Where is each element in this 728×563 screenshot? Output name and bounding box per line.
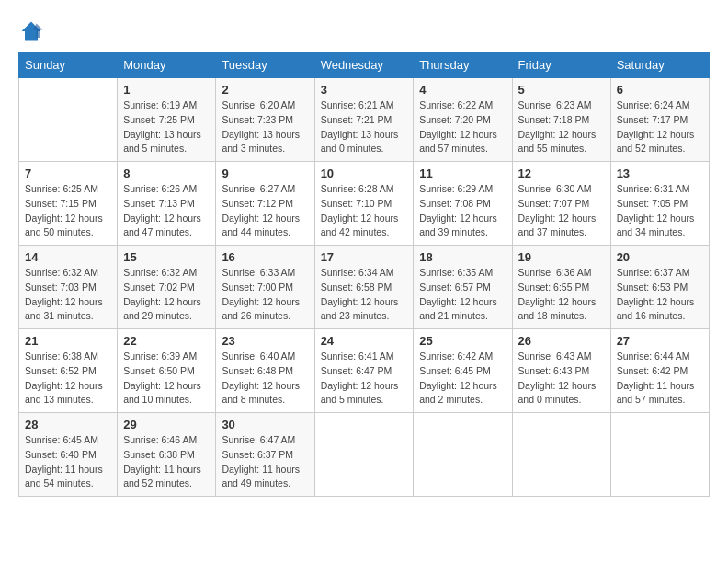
cell-content: Sunrise: 6:42 AM Sunset: 6:45 PM Dayligh… xyxy=(419,350,506,408)
cell-content: Sunrise: 6:22 AM Sunset: 7:20 PM Dayligh… xyxy=(419,98,506,156)
cell-content: Sunrise: 6:34 AM Sunset: 6:58 PM Dayligh… xyxy=(321,266,408,324)
cell-content: Sunrise: 6:33 AM Sunset: 7:00 PM Dayligh… xyxy=(222,266,308,324)
day-number: 7 xyxy=(25,167,111,180)
day-number: 19 xyxy=(518,250,605,264)
day-number: 23 xyxy=(222,334,308,348)
day-number: 12 xyxy=(518,167,605,180)
calendar-cell: 12Sunrise: 6:30 AM Sunset: 7:07 PM Dayli… xyxy=(512,162,610,246)
calendar-cell: 18Sunrise: 6:35 AM Sunset: 6:57 PM Dayli… xyxy=(414,246,512,329)
day-number: 26 xyxy=(518,334,605,348)
day-number: 15 xyxy=(123,250,210,264)
calendar-cell: 3Sunrise: 6:21 AM Sunset: 7:21 PM Daylig… xyxy=(314,78,414,162)
cell-content: Sunrise: 6:37 AM Sunset: 6:53 PM Dayligh… xyxy=(617,266,703,324)
calendar-cell: 27Sunrise: 6:44 AM Sunset: 6:42 PM Dayli… xyxy=(610,329,709,413)
calendar-cell: 28Sunrise: 6:45 AM Sunset: 6:40 PM Dayli… xyxy=(19,413,118,497)
calendar-cell: 5Sunrise: 6:23 AM Sunset: 7:18 PM Daylig… xyxy=(512,78,610,162)
calendar-cell xyxy=(610,413,709,497)
cell-content: Sunrise: 6:23 AM Sunset: 7:18 PM Dayligh… xyxy=(518,98,605,156)
calendar-week-row: 21Sunrise: 6:38 AM Sunset: 6:52 PM Dayli… xyxy=(19,329,710,413)
day-header-saturday: Saturday xyxy=(610,52,709,78)
calendar-cell: 17Sunrise: 6:34 AM Sunset: 6:58 PM Dayli… xyxy=(314,246,414,329)
day-number: 17 xyxy=(321,250,408,264)
day-number: 29 xyxy=(123,418,210,431)
calendar-cell: 20Sunrise: 6:37 AM Sunset: 6:53 PM Dayli… xyxy=(610,246,709,329)
cell-content: Sunrise: 6:38 AM Sunset: 6:52 PM Dayligh… xyxy=(25,350,111,408)
day-number: 30 xyxy=(222,418,308,431)
calendar-cell: 16Sunrise: 6:33 AM Sunset: 7:00 PM Dayli… xyxy=(216,246,314,329)
day-number: 8 xyxy=(123,167,210,180)
calendar-cell: 19Sunrise: 6:36 AM Sunset: 6:55 PM Dayli… xyxy=(512,246,610,329)
cell-content: Sunrise: 6:46 AM Sunset: 6:38 PM Dayligh… xyxy=(123,433,210,491)
day-number: 5 xyxy=(518,83,605,97)
calendar-cell: 25Sunrise: 6:42 AM Sunset: 6:45 PM Dayli… xyxy=(414,329,512,413)
cell-content: Sunrise: 6:31 AM Sunset: 7:05 PM Dayligh… xyxy=(617,182,703,240)
day-header-monday: Monday xyxy=(118,52,216,78)
calendar-cell: 22Sunrise: 6:39 AM Sunset: 6:50 PM Dayli… xyxy=(118,329,216,413)
day-number: 20 xyxy=(617,250,703,264)
day-number: 11 xyxy=(419,167,506,180)
cell-content: Sunrise: 6:47 AM Sunset: 6:37 PM Dayligh… xyxy=(222,433,308,491)
day-number: 13 xyxy=(617,167,703,180)
cell-content: Sunrise: 6:26 AM Sunset: 7:13 PM Dayligh… xyxy=(123,182,210,240)
calendar-cell: 13Sunrise: 6:31 AM Sunset: 7:05 PM Dayli… xyxy=(610,162,709,246)
calendar-cell: 10Sunrise: 6:28 AM Sunset: 7:10 PM Dayli… xyxy=(314,162,414,246)
day-number: 6 xyxy=(617,83,703,97)
cell-content: Sunrise: 6:35 AM Sunset: 6:57 PM Dayligh… xyxy=(419,266,506,324)
calendar-cell xyxy=(512,413,610,497)
day-number: 4 xyxy=(419,83,506,97)
day-number: 27 xyxy=(617,334,703,348)
cell-content: Sunrise: 6:28 AM Sunset: 7:10 PM Dayligh… xyxy=(321,182,408,240)
calendar-cell: 8Sunrise: 6:26 AM Sunset: 7:13 PM Daylig… xyxy=(118,162,216,246)
cell-content: Sunrise: 6:19 AM Sunset: 7:25 PM Dayligh… xyxy=(123,98,210,156)
cell-content: Sunrise: 6:43 AM Sunset: 6:43 PM Dayligh… xyxy=(518,350,605,408)
day-number: 22 xyxy=(123,334,210,348)
logo-icon xyxy=(18,18,44,44)
cell-content: Sunrise: 6:41 AM Sunset: 6:47 PM Dayligh… xyxy=(321,350,408,408)
day-number: 28 xyxy=(25,418,111,431)
cell-content: Sunrise: 6:30 AM Sunset: 7:07 PM Dayligh… xyxy=(518,182,605,240)
calendar-cell: 2Sunrise: 6:20 AM Sunset: 7:23 PM Daylig… xyxy=(216,78,314,162)
cell-content: Sunrise: 6:36 AM Sunset: 6:55 PM Dayligh… xyxy=(518,266,605,324)
calendar-cell: 11Sunrise: 6:29 AM Sunset: 7:08 PM Dayli… xyxy=(414,162,512,246)
cell-content: Sunrise: 6:39 AM Sunset: 6:50 PM Dayligh… xyxy=(123,350,210,408)
page-header xyxy=(18,18,710,44)
cell-content: Sunrise: 6:21 AM Sunset: 7:21 PM Dayligh… xyxy=(321,98,408,156)
calendar-week-row: 28Sunrise: 6:45 AM Sunset: 6:40 PM Dayli… xyxy=(19,413,710,497)
day-number: 1 xyxy=(123,83,210,97)
calendar-cell: 23Sunrise: 6:40 AM Sunset: 6:48 PM Dayli… xyxy=(216,329,314,413)
day-number: 21 xyxy=(25,334,111,348)
cell-content: Sunrise: 6:29 AM Sunset: 7:08 PM Dayligh… xyxy=(419,182,506,240)
calendar-week-row: 14Sunrise: 6:32 AM Sunset: 7:03 PM Dayli… xyxy=(19,246,710,329)
calendar-table: SundayMondayTuesdayWednesdayThursdayFrid… xyxy=(18,52,710,497)
calendar-cell: 21Sunrise: 6:38 AM Sunset: 6:52 PM Dayli… xyxy=(19,329,118,413)
day-number: 16 xyxy=(222,250,308,264)
calendar-cell: 15Sunrise: 6:32 AM Sunset: 7:02 PM Dayli… xyxy=(118,246,216,329)
cell-content: Sunrise: 6:27 AM Sunset: 7:12 PM Dayligh… xyxy=(222,182,308,240)
cell-content: Sunrise: 6:32 AM Sunset: 7:03 PM Dayligh… xyxy=(25,266,111,324)
cell-content: Sunrise: 6:24 AM Sunset: 7:17 PM Dayligh… xyxy=(617,98,703,156)
day-header-tuesday: Tuesday xyxy=(216,52,314,78)
calendar-cell: 1Sunrise: 6:19 AM Sunset: 7:25 PM Daylig… xyxy=(118,78,216,162)
calendar-cell: 24Sunrise: 6:41 AM Sunset: 6:47 PM Dayli… xyxy=(314,329,414,413)
calendar-cell: 29Sunrise: 6:46 AM Sunset: 6:38 PM Dayli… xyxy=(118,413,216,497)
calendar-cell: 30Sunrise: 6:47 AM Sunset: 6:37 PM Dayli… xyxy=(216,413,314,497)
calendar-cell: 4Sunrise: 6:22 AM Sunset: 7:20 PM Daylig… xyxy=(414,78,512,162)
day-number: 14 xyxy=(25,250,111,264)
day-header-wednesday: Wednesday xyxy=(314,52,414,78)
day-header-sunday: Sunday xyxy=(19,52,118,78)
calendar-cell: 6Sunrise: 6:24 AM Sunset: 7:17 PM Daylig… xyxy=(610,78,709,162)
cell-content: Sunrise: 6:40 AM Sunset: 6:48 PM Dayligh… xyxy=(222,350,308,408)
cell-content: Sunrise: 6:20 AM Sunset: 7:23 PM Dayligh… xyxy=(222,98,308,156)
calendar-cell: 7Sunrise: 6:25 AM Sunset: 7:15 PM Daylig… xyxy=(19,162,118,246)
day-number: 2 xyxy=(222,83,308,97)
logo xyxy=(18,18,48,44)
cell-content: Sunrise: 6:45 AM Sunset: 6:40 PM Dayligh… xyxy=(25,433,111,491)
day-number: 10 xyxy=(321,167,408,180)
day-header-thursday: Thursday xyxy=(414,52,512,78)
day-number: 18 xyxy=(419,250,506,264)
calendar-cell: 9Sunrise: 6:27 AM Sunset: 7:12 PM Daylig… xyxy=(216,162,314,246)
cell-content: Sunrise: 6:25 AM Sunset: 7:15 PM Dayligh… xyxy=(25,182,111,240)
day-number: 25 xyxy=(419,334,506,348)
day-number: 24 xyxy=(321,334,408,348)
cell-content: Sunrise: 6:44 AM Sunset: 6:42 PM Dayligh… xyxy=(617,350,703,408)
